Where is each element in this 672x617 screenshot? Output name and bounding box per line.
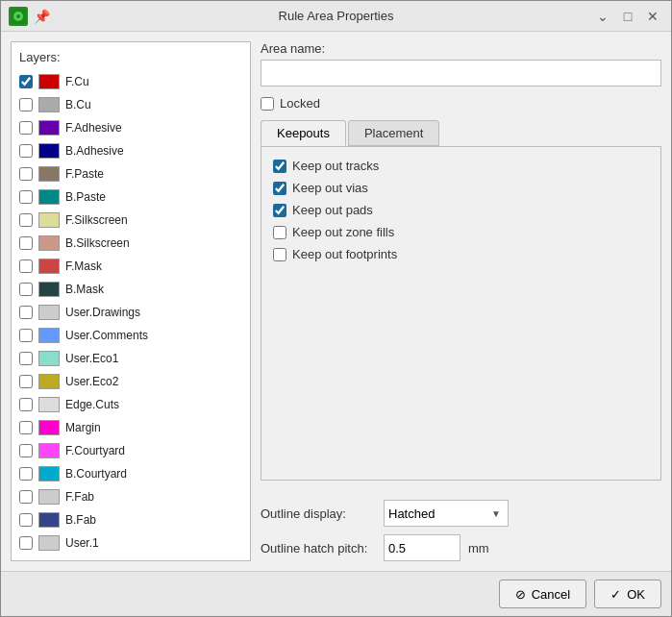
ok-icon: ✓ bbox=[610, 587, 621, 602]
layer-item: F.Adhesive bbox=[12, 116, 250, 139]
keepout-pads-label: Keep out pads bbox=[292, 203, 373, 217]
layer-color bbox=[38, 97, 60, 112]
tab-keepouts[interactable]: Keepouts bbox=[261, 120, 346, 146]
area-name-section: Area name: bbox=[261, 41, 661, 86]
layer-checkbox[interactable] bbox=[19, 259, 33, 273]
layer-item: Edge.Cuts bbox=[12, 393, 250, 416]
layer-name: User.Eco2 bbox=[65, 375, 118, 388]
layer-name: B.Paste bbox=[65, 190, 106, 204]
outline-hatch-input[interactable] bbox=[384, 534, 460, 561]
layer-checkbox[interactable] bbox=[19, 467, 33, 481]
layer-name: B.Adhesive bbox=[65, 144, 124, 158]
titlebar-buttons: ⌄ □ ✕ bbox=[592, 6, 663, 27]
tab-placement[interactable]: Placement bbox=[348, 120, 439, 146]
layer-color bbox=[38, 443, 60, 458]
layers-panel: Layers: F.CuB.CuF.AdhesiveB.AdhesiveF.Pa… bbox=[11, 41, 251, 561]
window-title: Rule Area Properties bbox=[279, 9, 394, 23]
layer-name: F.Mask bbox=[65, 259, 102, 273]
layer-item: User.Eco2 bbox=[12, 370, 250, 393]
layer-checkbox[interactable] bbox=[19, 490, 33, 504]
layer-name: User.Eco1 bbox=[65, 352, 118, 365]
layer-checkbox[interactable] bbox=[19, 121, 33, 135]
layer-checkbox[interactable] bbox=[19, 329, 33, 342]
layer-checkbox[interactable] bbox=[19, 536, 33, 550]
layer-name: B.Mask bbox=[65, 283, 104, 296]
layer-checkbox[interactable] bbox=[19, 398, 33, 411]
layer-color bbox=[38, 235, 60, 251]
layer-name: F.Silkscreen bbox=[65, 213, 128, 227]
layer-item: F.Silkscreen bbox=[12, 209, 250, 232]
titlebar: 📌 Rule Area Properties ⌄ □ ✕ bbox=[1, 1, 671, 32]
layer-color bbox=[38, 74, 60, 89]
layer-item: User.Drawings bbox=[12, 301, 250, 324]
cancel-label: Cancel bbox=[532, 587, 570, 602]
layer-checkbox[interactable] bbox=[19, 144, 33, 158]
cancel-icon: ⊘ bbox=[515, 587, 526, 602]
close-button[interactable]: ✕ bbox=[642, 6, 663, 27]
layer-color bbox=[38, 189, 60, 205]
keepout-vias-label: Keep out vias bbox=[292, 181, 368, 195]
outline-display-label: Outline display: bbox=[261, 506, 376, 521]
keepout-footprints-label: Keep out footprints bbox=[292, 247, 397, 261]
layer-color bbox=[38, 282, 60, 297]
layer-color bbox=[38, 143, 60, 159]
maximize-button[interactable]: □ bbox=[617, 6, 638, 27]
layer-color bbox=[38, 212, 60, 228]
layer-checkbox[interactable] bbox=[19, 98, 33, 111]
ok-label: OK bbox=[627, 587, 645, 602]
layer-name: Edge.Cuts bbox=[65, 398, 119, 411]
layer-checkbox[interactable] bbox=[19, 513, 33, 527]
outline-hatch-label: Outline hatch pitch: bbox=[261, 541, 376, 555]
layer-checkbox[interactable] bbox=[19, 444, 33, 457]
layer-name: B.Fab bbox=[65, 513, 96, 527]
locked-row: Locked bbox=[261, 96, 661, 111]
area-name-label: Area name: bbox=[261, 41, 661, 56]
layer-item: F.Courtyard bbox=[12, 439, 250, 462]
app-icon bbox=[9, 7, 28, 26]
layer-color bbox=[38, 120, 60, 136]
layer-item: User.1 bbox=[12, 531, 250, 555]
layer-color bbox=[38, 420, 60, 435]
keepout-vias-checkbox[interactable] bbox=[273, 182, 286, 195]
layer-color bbox=[38, 305, 60, 320]
layer-checkbox[interactable] bbox=[19, 236, 33, 250]
keepout-tracks-label: Keep out tracks bbox=[292, 159, 379, 173]
tab-content: Keep out tracks Keep out vias Keep out p… bbox=[261, 146, 661, 481]
layer-name: F.Paste bbox=[65, 167, 104, 181]
layer-name: F.Cu bbox=[65, 75, 89, 88]
layer-item: User.Eco1 bbox=[12, 347, 250, 370]
right-panel: Area name: Locked Keepouts Placement bbox=[261, 41, 661, 561]
layer-checkbox[interactable] bbox=[19, 352, 33, 365]
layer-checkbox[interactable] bbox=[19, 283, 33, 296]
layer-checkbox[interactable] bbox=[19, 213, 33, 227]
layer-checkbox[interactable] bbox=[19, 306, 33, 319]
keepout-footprints-checkbox[interactable] bbox=[273, 248, 286, 261]
layer-item: Margin bbox=[12, 416, 250, 439]
layer-checkbox[interactable] bbox=[19, 421, 33, 434]
ok-button[interactable]: ✓ OK bbox=[594, 580, 661, 608]
layers-header: Layers: bbox=[12, 46, 250, 70]
layers-list: F.CuB.CuF.AdhesiveB.AdhesiveF.PasteB.Pas… bbox=[12, 70, 250, 555]
footer: ⊘ Cancel ✓ OK bbox=[1, 571, 671, 616]
outline-display-select[interactable]: Hatched Full None bbox=[384, 500, 509, 527]
main-content: Layers: F.CuB.CuF.AdhesiveB.AdhesiveF.Pa… bbox=[1, 32, 671, 571]
layer-color bbox=[38, 512, 60, 528]
cancel-button[interactable]: ⊘ Cancel bbox=[499, 580, 586, 608]
layer-name: F.Fab bbox=[65, 490, 94, 504]
keepout-zone-fills-checkbox[interactable] bbox=[273, 226, 286, 239]
minimize-button[interactable]: ⌄ bbox=[592, 6, 613, 27]
layer-checkbox[interactable] bbox=[19, 75, 33, 88]
layer-color bbox=[38, 328, 60, 343]
keepout-tracks-checkbox[interactable] bbox=[273, 160, 286, 173]
layer-item: F.Cu bbox=[12, 70, 250, 93]
layer-checkbox[interactable] bbox=[19, 167, 33, 181]
locked-checkbox[interactable] bbox=[261, 97, 274, 111]
layer-checkbox[interactable] bbox=[19, 375, 33, 388]
area-name-input[interactable] bbox=[261, 60, 661, 86]
locked-label: Locked bbox=[280, 96, 320, 111]
tabs-section: Keepouts Placement Keep out tracks Keep … bbox=[261, 120, 661, 481]
keepout-pads-checkbox[interactable] bbox=[273, 204, 286, 217]
outline-hatch-row: Outline hatch pitch: mm bbox=[261, 534, 661, 561]
layer-checkbox[interactable] bbox=[19, 190, 33, 204]
layer-color bbox=[38, 489, 60, 505]
